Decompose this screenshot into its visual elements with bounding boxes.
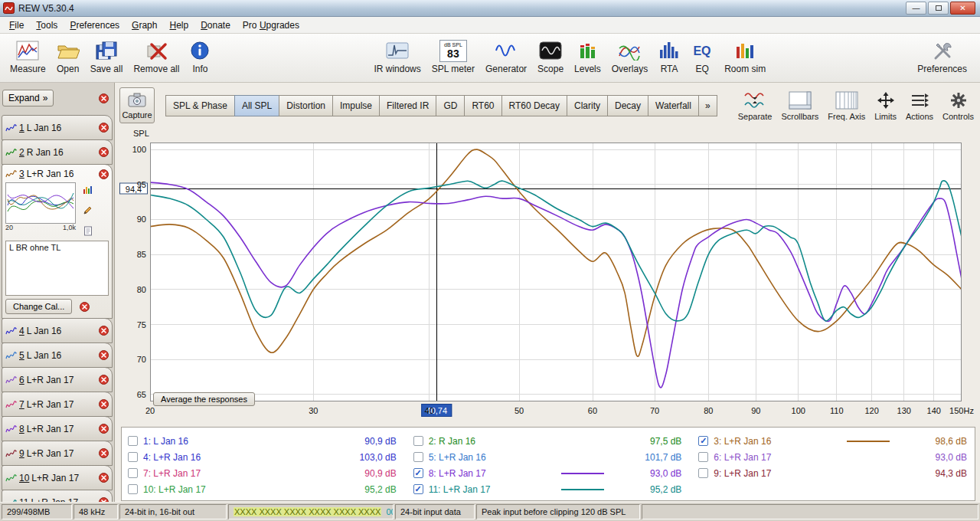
trace-10-checkbox[interactable] [128,484,138,494]
notes-icon[interactable] [83,226,93,238]
overlays-toolbar-button[interactable]: Overlays [606,38,653,76]
measurement-tab-7[interactable]: 7L+R Jan 17 [2,392,113,417]
maximize-button[interactable] [928,2,949,15]
delete-measurement-7-button[interactable] [99,399,109,409]
delete-measurement-8-button[interactable] [99,424,109,434]
preferences-toolbar-button[interactable]: Preferences [912,38,972,76]
trace-5-checkbox[interactable] [413,452,423,462]
actions-button[interactable]: Actions [906,90,933,121]
minimize-button[interactable]: — [906,2,926,15]
edit-pencil-icon[interactable] [83,205,93,218]
delete-measurement-1-button[interactable] [99,123,109,133]
averages-icon[interactable] [83,185,93,197]
generator-toolbar-button[interactable]: Generator [480,38,532,76]
eq-toolbar-button[interactable]: EQEQ [685,38,719,76]
graph-tab-filtered-ir[interactable]: Filtered IR [379,95,436,116]
info-icon [190,39,210,62]
graph-tab-waterfall[interactable]: Waterfall [648,95,699,116]
capture-button[interactable]: Capture [119,87,155,123]
save-all-toolbar-button[interactable]: Save all [85,38,129,76]
change-cal-button[interactable]: Change Cal... [5,299,72,314]
graph-tab-spl-phase[interactable]: SPL & Phase [165,95,235,116]
graph-tab-impulse[interactable]: Impulse [332,95,380,116]
trace-name: 5: L+R Jan 16 [429,452,486,463]
graph-toolbar: Capture SPL & PhaseAll SPLDistortionImpu… [115,83,980,126]
menu-item-tools[interactable]: Tools [30,18,64,33]
graph-tab-distortion[interactable]: Distortion [279,95,333,116]
trace-1-checkbox[interactable] [128,436,138,446]
measurement-tab-6[interactable]: 6L+R Jan 17 [2,367,113,392]
input-bits-zero: 0000 0000 [386,507,394,516]
menu-item-donate[interactable]: Donate [194,18,237,33]
menu-item-preferences[interactable]: Preferences [64,18,126,33]
remove-all-toolbar-button[interactable]: Remove all [128,38,185,76]
input-data-status: 24-bit input data [395,504,475,519]
limits-button[interactable]: Limits [874,90,897,121]
remove-measurement-button[interactable] [99,93,109,103]
trace-8-checkbox[interactable]: ✓ [413,468,423,478]
trace-6-checkbox[interactable] [698,452,708,462]
measurement-tab-3[interactable]: 3L+R Jan 16201,0kL BR ohne TLChange Cal.… [2,164,113,319]
measurement-tab-8[interactable]: 8L+R Jan 17 [2,416,113,441]
menu-item-graph[interactable]: Graph [126,18,163,33]
delete-measurement-6-button[interactable] [99,375,109,385]
trace-3-checkbox[interactable]: ✓ [698,436,708,446]
measurement-tab-2[interactable]: 2R Jan 16 [2,139,113,165]
measurement-tab-9[interactable]: 9L+R Jan 17 [2,441,113,466]
graph-tab-all-spl[interactable]: All SPL [234,95,279,116]
expand-sidebar-button[interactable]: Expand » [2,90,54,106]
trace-spl-value: 98,6 dB [918,436,967,447]
spl-plot[interactable] [150,143,962,401]
graph-tab-clarity[interactable]: Clarity [567,95,608,116]
x-tick-100: 100 [792,406,805,415]
open-toolbar-button[interactable]: Open [51,38,85,76]
delete-measurement-4-button[interactable] [99,326,109,336]
measurement-tab-11[interactable]: 11L+R Jan 17 [2,490,113,502]
trace-7-checkbox[interactable] [128,468,138,478]
levels-toolbar-button[interactable]: Levels [569,38,606,76]
trace-11-checkbox[interactable]: ✓ [413,484,423,494]
controls-button[interactable]: Controls [942,90,974,121]
ir-windows-toolbar-button[interactable]: IR windows [368,38,426,76]
trace-9-checkbox[interactable] [698,468,708,478]
measurement-tab-1[interactable]: 1L Jan 16 [2,115,113,140]
measure-toolbar-button[interactable]: Measure [5,38,51,76]
room-sim-toolbar-button[interactable]: Room sim [719,38,771,76]
graph-tab-decay[interactable]: Decay [607,95,648,116]
trace-4-checkbox[interactable] [128,452,138,462]
scrollbars-button[interactable]: Scrollbars [781,90,818,121]
delete-measurement-2-button[interactable] [99,147,109,157]
graph-tab-rt60[interactable]: RT60 [464,95,501,116]
spl-meter-toolbar-button[interactable]: dB SPL83SPL meter [426,38,480,76]
rta-toolbar-button[interactable]: RTA [653,38,685,76]
measurement-tab-10[interactable]: 10L+R Jan 17 [2,465,113,490]
measurement-tab-5[interactable]: 5L Jan 16 [2,342,113,368]
close-button[interactable]: ✕ [950,2,975,15]
measurement-tab-4[interactable]: 4L Jan 16 [2,318,113,343]
remove-cal-button[interactable] [80,302,90,312]
delete-measurement-5-button[interactable] [99,350,109,360]
x-tick-50: 50 [514,406,524,415]
delete-measurement-10-button[interactable] [99,473,109,483]
trace-line-sample [561,473,604,474]
graph-tab-gd[interactable]: GD [436,95,465,116]
scope-toolbar-button[interactable]: Scope [532,38,569,76]
delete-measurement-9-button[interactable] [99,448,109,458]
x-tick-140: 140 [927,406,941,415]
average-responses-button[interactable]: Average the responses [153,392,255,406]
legend-entry-4: 4: L+R Jan 16103,0 dB [128,449,397,465]
delete-measurement-3-button[interactable] [99,169,109,179]
freq-axis-button[interactable]: Freq. Axis [828,90,865,121]
separate-button[interactable]: Separate [738,90,773,121]
info-toolbar-button[interactable]: Info [185,38,215,76]
menu-item-pro-upgrades[interactable]: Pro Upgrades [237,18,305,33]
trace-2-checkbox[interactable] [413,436,423,446]
measurement-thumbnail[interactable] [5,182,76,224]
menu-item-help[interactable]: Help [163,18,194,33]
graph-tab-rt60-decay[interactable]: RT60 Decay [501,95,567,116]
menu-item-file[interactable]: File [3,18,30,33]
measurement-label: 5L Jan 16 [19,350,99,361]
measurement-notes-box[interactable]: L BR ohne TL [5,241,109,296]
tabs-overflow-button[interactable]: » [698,95,717,116]
trace-sparkline-icon [5,349,17,362]
